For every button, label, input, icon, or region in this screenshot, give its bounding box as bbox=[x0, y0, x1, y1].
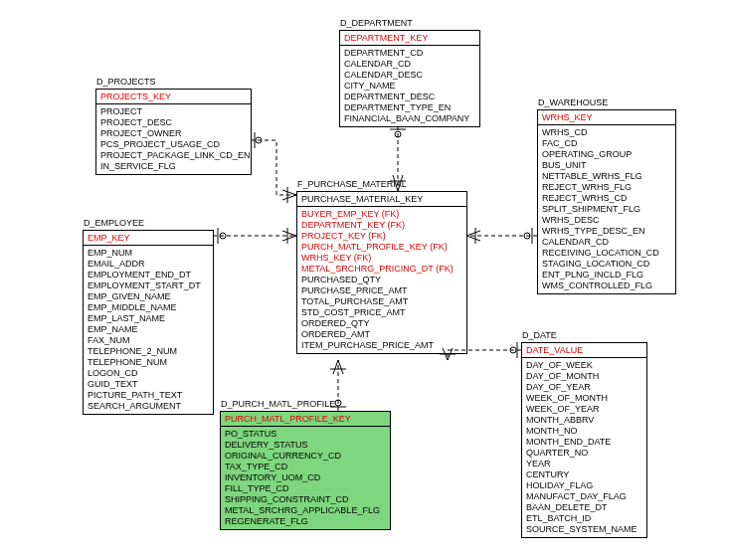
entity-label: F_PURCHASE_MATERIAL bbox=[297, 179, 407, 189]
col: EMP_GIVEN_NAME bbox=[88, 291, 209, 302]
entity-body-employee: EMP_NUM EMAIL_ADDR EMPLOYMENT_END_DT EMP… bbox=[84, 246, 213, 414]
col: PROJECT bbox=[100, 106, 247, 117]
svg-point-0 bbox=[395, 131, 401, 137]
entity-body-warehouse: WRHS_CD FAC_CD OPERATING_GROUP BUS_UNIT … bbox=[538, 125, 675, 293]
col: SHIPPING_CONSTRAINT_CD bbox=[225, 494, 386, 505]
entity-key: DEPARTMENT_KEY bbox=[340, 31, 479, 46]
col: EMP_MIDDLE_NAME bbox=[88, 302, 209, 313]
col: GUID_TEXT bbox=[88, 379, 209, 390]
col: DAY_OF_YEAR bbox=[526, 382, 642, 393]
col: PROJECT_DESC bbox=[100, 117, 247, 128]
col: QUARTER_NO bbox=[526, 448, 642, 459]
col: HOLIDAY_FLAG bbox=[526, 480, 642, 491]
entity-key: PROJECTS_KEY bbox=[96, 90, 251, 104]
col: DELIVERY_STATUS bbox=[225, 440, 386, 451]
col: STAGING_LOCATION_CD bbox=[542, 259, 671, 270]
col: DEPARTMENT_DESC bbox=[344, 92, 475, 102]
col: PICTURE_PATH_TEXT bbox=[88, 390, 209, 401]
fk-col: BUYER_EMP_KEY (FK) bbox=[301, 209, 462, 220]
col: EMP_NAME bbox=[88, 324, 209, 335]
col: PURCHASE_PRICE_AMT bbox=[301, 285, 462, 296]
svg-point-2 bbox=[220, 233, 226, 239]
svg-point-3 bbox=[524, 233, 530, 239]
col: RECEIVING_LOCATION_CD bbox=[542, 248, 671, 259]
col: BUS_UNIT bbox=[542, 160, 671, 171]
col: ITEM_PURCHASE_PRICE_AMT bbox=[301, 340, 462, 351]
col: MANUFACT_DAY_FLAG bbox=[526, 491, 642, 502]
fk-col: METAL_SRCHRG_PRICING_DT (FK) bbox=[301, 264, 462, 275]
entity-key: PURCHASE_MATERIAL_KEY bbox=[297, 192, 466, 207]
entity-label: D_PROJECTS bbox=[96, 77, 156, 87]
col: PCS_PROJECT_USAGE_CD bbox=[100, 139, 247, 150]
col: WRHS_DESC bbox=[542, 215, 671, 226]
col: FINANCIAL_BAAN_COMPANY bbox=[344, 113, 475, 124]
col: YEAR bbox=[526, 459, 642, 469]
col: EMPLOYMENT_START_DT bbox=[88, 280, 209, 291]
col: ORDERED_QTY bbox=[301, 318, 462, 329]
col: DAY_OF_MONTH bbox=[526, 371, 642, 382]
entity-label: D_PURCH_MATL_PROFILE bbox=[221, 399, 335, 409]
svg-point-1 bbox=[256, 137, 262, 143]
col: TOTAL_PURCHASE_AMT bbox=[301, 296, 462, 307]
col: INVENTORY_UOM_CD bbox=[225, 472, 386, 483]
col: FAC_CD bbox=[542, 138, 671, 149]
entity-projects: D_PROJECTS PROJECTS_KEY PROJECT PROJECT_… bbox=[95, 89, 252, 175]
entity-key: WRHS_KEY bbox=[538, 110, 675, 125]
col: EMP_LAST_NAME bbox=[88, 313, 209, 324]
col: SOURCE_SYSTEM_NAME bbox=[526, 524, 642, 535]
col: DAY_OF_WEEK bbox=[526, 360, 642, 371]
col: EMP_NUM bbox=[88, 248, 209, 259]
entity-body-projects: PROJECT PROJECT_DESC PROJECT_OWNER PCS_P… bbox=[96, 104, 251, 174]
col: PURCHASED_QTY bbox=[301, 275, 462, 285]
col: ETL_BATCH_ID bbox=[526, 513, 642, 524]
col: PROJECT_PACKAGE_LINK_CD_EN bbox=[100, 150, 247, 161]
col: TELEPHONE_NUM bbox=[88, 357, 209, 368]
entity-key: PURCH_MATL_PROFILE_KEY bbox=[221, 412, 390, 427]
col: WEEK_OF_YEAR bbox=[526, 404, 642, 415]
col: WRHS_CD bbox=[542, 127, 671, 138]
entity-label: D_DEPARTMENT bbox=[340, 18, 413, 28]
col: NETTABLE_WRHS_FLG bbox=[542, 171, 671, 182]
col: CALENDAR_CD bbox=[542, 237, 671, 248]
col: FAX_NUM bbox=[88, 335, 209, 346]
entity-employee: D_EMPLOYEE EMP_KEY EMP_NUM EMAIL_ADDR EM… bbox=[83, 230, 214, 415]
col: WEEK_OF_MONTH bbox=[526, 393, 642, 404]
entity-label: D_EMPLOYEE bbox=[84, 218, 144, 228]
entity-body-fact: BUYER_EMP_KEY (FK) DEPARTMENT_KEY (FK) P… bbox=[297, 207, 466, 353]
col: DEPARTMENT_TYPE_EN bbox=[344, 102, 475, 113]
col: MONTH_END_DATE bbox=[526, 437, 642, 448]
col: REJECT_WRHS_FLG bbox=[542, 182, 671, 193]
entity-body-profile: PO_STATUS DELIVERY_STATUS ORIGINAL_CURRE… bbox=[221, 427, 390, 529]
col: DEPARTMENT_CD bbox=[344, 48, 475, 59]
col: TELEPHONE_2_NUM bbox=[88, 346, 209, 357]
col: TAX_TYPE_CD bbox=[225, 462, 386, 472]
fk-col: WRHS_KEY (FK) bbox=[301, 253, 462, 264]
col: ORIGINAL_CURRENCY_CD bbox=[225, 451, 386, 462]
col: REGENERATE_FLG bbox=[225, 516, 386, 527]
col: MONTH_ABBRV bbox=[526, 415, 642, 426]
entity-label: D_WAREHOUSE bbox=[538, 97, 608, 107]
fk-col: PURCH_MATL_PROFILE_KEY (FK) bbox=[301, 242, 462, 253]
col: IN_SERVICE_FLG bbox=[100, 161, 247, 172]
entity-warehouse: D_WAREHOUSE WRHS_KEY WRHS_CD FAC_CD OPER… bbox=[537, 109, 676, 294]
col: CENTURY bbox=[526, 469, 642, 480]
entity-fact-purchase-material: F_PURCHASE_MATERIAL PURCHASE_MATERIAL_KE… bbox=[296, 191, 467, 354]
col: WRHS_TYPE_DESC_EN bbox=[542, 226, 671, 237]
col: BAAN_DELETE_DT bbox=[526, 502, 642, 513]
entity-body-department: DEPARTMENT_CD CALENDAR_CD CALENDAR_DESC … bbox=[340, 46, 479, 126]
col: EMPLOYMENT_END_DT bbox=[88, 270, 209, 280]
col: CALENDAR_CD bbox=[344, 59, 475, 70]
fk-col: DEPARTMENT_KEY (FK) bbox=[301, 220, 462, 231]
svg-point-5 bbox=[510, 347, 516, 353]
col: STD_COST_PRICE_AMT bbox=[301, 307, 462, 318]
col: PO_STATUS bbox=[225, 429, 386, 440]
col: REJECT_WRHS_CD bbox=[542, 193, 671, 204]
col: ORDERED_AMT bbox=[301, 329, 462, 340]
col: METAL_SRCHRG_APPLICABLE_FLG bbox=[225, 505, 386, 516]
col: FILL_TYPE_CD bbox=[225, 483, 386, 494]
col: MONTH_NO bbox=[526, 426, 642, 437]
entity-label: D_DATE bbox=[522, 330, 557, 340]
svg-point-4 bbox=[335, 400, 341, 406]
entity-date: D_DATE DATE_VALUE DAY_OF_WEEK DAY_OF_MON… bbox=[521, 342, 647, 538]
col: LOGON_CD bbox=[88, 368, 209, 379]
